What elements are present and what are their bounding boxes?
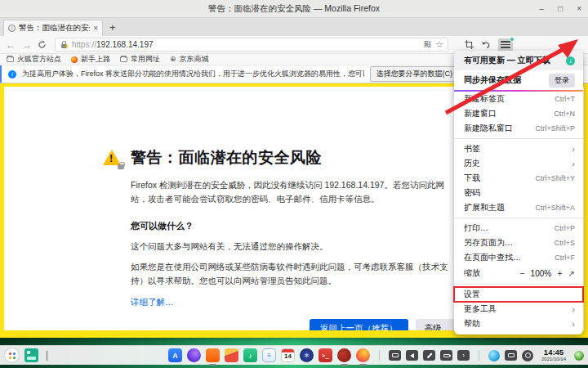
- file-manager-icon[interactable]: [24, 348, 38, 362]
- go-back-button[interactable]: 返回上一页（推荐）: [310, 319, 408, 330]
- menu-item-downloads[interactable]: 下载Ctrl+Shift+Y: [454, 171, 583, 186]
- app-store-icon[interactable]: A: [168, 348, 182, 362]
- choose-data-button[interactable]: 选择您要分享的数据(C): [370, 66, 460, 82]
- forward-icon[interactable]: →: [21, 39, 33, 51]
- bookmark-folder-official[interactable]: 火狐官方站点: [7, 54, 61, 65]
- warning-paragraph-2: 这个问题大多与网站有关，无法通过您的操作解决。: [131, 240, 459, 254]
- menu-item-zoom: 缩放 − 100% + ↗: [454, 265, 583, 281]
- menu-item-history[interactable]: 历史›: [454, 156, 583, 171]
- folder-icon: [7, 56, 14, 62]
- screenshot-crop-icon[interactable]: [465, 38, 474, 52]
- info-icon: i: [8, 70, 16, 79]
- zoom-out-button[interactable]: −: [519, 268, 524, 278]
- photos-app-icon[interactable]: [225, 348, 238, 362]
- zoom-in-button[interactable]: +: [557, 268, 562, 278]
- bookmark-folder-common[interactable]: 常用网址: [120, 54, 160, 65]
- input-method-icon[interactable]: [389, 350, 401, 361]
- menu-item-new-tab[interactable]: 新建标签页Ctrl+T: [454, 92, 583, 106]
- warning-triangle-lock-icon: [103, 150, 124, 169]
- url-text[interactable]: https://192.168.14.197: [72, 40, 421, 49]
- clock[interactable]: 14:45 2021/10/14: [541, 348, 566, 361]
- tab-title: 警告：面临潜在的安全风险: [19, 23, 90, 34]
- display-icon[interactable]: [505, 350, 517, 361]
- window-title: 警告：面临潜在的安全风险 — Mozilla Firefox: [208, 3, 380, 15]
- lock-warning-icon[interactable]: [60, 38, 69, 52]
- warning-paragraph-3: 如果您是在使用公司网络或某些防病毒软件时遇到此问题，可考虑联系客服（技术支持）以…: [131, 260, 459, 288]
- update-download-icon: ↓: [566, 56, 575, 65]
- translate-icon[interactable]: 顯: [424, 39, 431, 50]
- url-host: 192.168.14.197: [96, 40, 154, 49]
- menu-divider: [454, 138, 583, 139]
- menu-hamburger-button[interactable]: [498, 38, 513, 52]
- music-app-icon[interactable]: ♪: [243, 348, 257, 362]
- url-scheme: https://: [72, 40, 96, 49]
- browser-app-icon[interactable]: [187, 348, 201, 362]
- sign-in-button[interactable]: 登录: [549, 74, 575, 88]
- menu-item-settings[interactable]: 设置: [454, 287, 583, 302]
- calendar-app-icon[interactable]: 14: [281, 348, 295, 362]
- chevron-right-icon: ›: [572, 320, 575, 329]
- menu-item-new-window[interactable]: 新建窗口Ctrl+N: [454, 106, 583, 121]
- menu-update-row[interactable]: 有可用更新 — 立即下载 ↓: [454, 51, 583, 70]
- menu-item-find-in-page[interactable]: 在页面中查找…Ctrl+F: [454, 250, 583, 265]
- tab-close-icon[interactable]: ×: [93, 24, 98, 33]
- reload-icon[interactable]: [38, 40, 47, 49]
- chevron-right-icon: ›: [572, 305, 575, 314]
- firefox-dot-icon: [71, 56, 78, 63]
- power-icon[interactable]: [522, 350, 533, 361]
- minimize-button[interactable]: –: [540, 5, 545, 13]
- page-title: 警告：面临潜在的安全风险: [131, 147, 459, 168]
- close-button[interactable]: ×: [577, 5, 581, 13]
- bookmark-getting-started[interactable]: 新手上路: [71, 54, 110, 65]
- update-available-dot: [510, 37, 514, 42]
- menu-item-more-tools[interactable]: 更多工具›: [454, 302, 583, 316]
- warning-paragraph-1: Firefox 检测到潜在的安全威胁，因此没有继续访问 192.168.14.1…: [131, 178, 459, 206]
- tab-bar: i 警告：面临潜在的安全风险 × +: [0, 18, 588, 36]
- network-icon[interactable]: [488, 350, 500, 361]
- zoom-level-value[interactable]: 100%: [531, 269, 552, 278]
- window-controls: – □ ×: [540, 0, 581, 18]
- advanced-button[interactable]: 高级…: [416, 319, 460, 330]
- menu-item-save-page-as[interactable]: 另存页面为…Ctrl+S: [454, 236, 583, 250]
- what-can-you-do-heading: 您可以做什么？: [131, 220, 459, 232]
- menu-item-new-private-window[interactable]: 新建隐私窗口Ctrl+Shift+P: [454, 121, 583, 136]
- maximize-button[interactable]: □: [558, 5, 563, 13]
- url-bar[interactable]: https://192.168.14.197 顯 ☆: [55, 38, 448, 52]
- volume-icon[interactable]: [406, 350, 418, 361]
- fullscreen-icon[interactable]: ↗: [568, 269, 575, 278]
- bookmark-star-icon[interactable]: ☆: [435, 39, 443, 50]
- title-bar: 警告：面临潜在的安全风险 — Mozilla Firefox – □ ×: [0, 0, 588, 18]
- time-label: 14:45: [541, 348, 566, 357]
- terminal-app-icon[interactable]: >_: [318, 348, 332, 362]
- restore-undo-icon[interactable]: [481, 38, 491, 52]
- active-tab[interactable]: i 警告：面临潜在的安全风险 ×: [3, 20, 103, 36]
- menu-item-addons-themes[interactable]: 扩展和主题Ctrl+Shift+A: [454, 200, 583, 215]
- new-tab-button[interactable]: +: [109, 21, 116, 36]
- menu-divider: [454, 218, 583, 218]
- kylin-badge-icon[interactable]: ✻: [300, 348, 314, 362]
- wps-app-icon[interactable]: [337, 348, 351, 362]
- menu-item-passwords[interactable]: 密码: [454, 186, 583, 200]
- taskbar: A ♪ ≡ 14 ✻ >_ › 14:45 2021/10/14: [0, 345, 588, 365]
- app-menu-panel: 有可用更新 — 立即下载 ↓ 同步并保存数据 登录 新建标签页Ctrl+T 新建…: [454, 51, 583, 334]
- software-center-icon[interactable]: [206, 348, 220, 362]
- back-icon[interactable]: ←: [5, 39, 16, 51]
- app-launcher-icon[interactable]: [5, 348, 19, 362]
- menu-item-bookmarks[interactable]: 书签›: [454, 141, 583, 156]
- security-center-icon[interactable]: [574, 351, 584, 361]
- menu-sync-row[interactable]: 同步并保存数据 登录: [454, 70, 583, 90]
- documents-app-icon[interactable]: ≡: [262, 348, 276, 362]
- bookmark-jd[interactable]: ⊕京东商城: [170, 54, 209, 65]
- chevron-right-icon: ›: [572, 145, 575, 154]
- taskbar-cursor: [47, 351, 47, 361]
- jd-site-icon: ⊕: [170, 56, 176, 63]
- menu-item-print[interactable]: 打印…Ctrl+P: [454, 221, 583, 236]
- learn-more-link[interactable]: 详细了解…: [131, 297, 174, 308]
- battery-icon[interactable]: [440, 350, 452, 361]
- firefox-taskbar-icon[interactable]: [356, 348, 370, 362]
- taskbar-separator: [479, 350, 479, 361]
- pen-tablet-icon[interactable]: [423, 350, 435, 361]
- tray-expand-icon[interactable]: ›: [457, 350, 470, 361]
- notification-text: 为提高用户体验，Firefox 将发送部分功能的使用情况给我们，用于进一步优化火…: [22, 69, 364, 79]
- menu-item-help[interactable]: 帮助›: [454, 316, 583, 331]
